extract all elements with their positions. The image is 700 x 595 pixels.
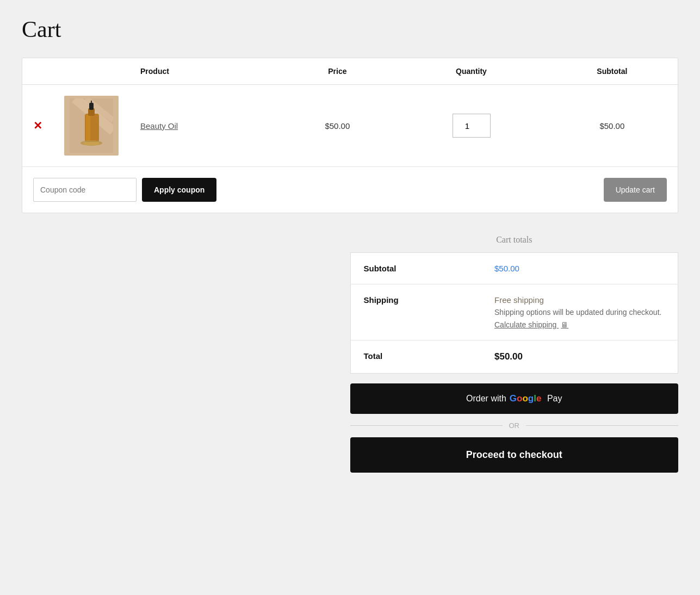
google-g-logo: Google [510, 393, 542, 404]
product-image-cell [53, 85, 129, 167]
update-cart-cell: Update cart [396, 167, 678, 213]
update-cart-button[interactable]: Update cart [604, 178, 667, 202]
col-price-header: Price [278, 58, 396, 85]
cart-table-wrapper: Product Price Quantity Subtotal ✕ [22, 58, 678, 213]
subtotal-value: $50.00 [481, 253, 678, 284]
product-qty-cell [396, 85, 546, 167]
calculate-shipping-link[interactable]: Calculate shipping 🖥 [494, 320, 568, 329]
calculator-icon: 🖥 [561, 320, 568, 329]
subtotal-row: Subtotal $50.00 [350, 253, 678, 284]
totals-table: Subtotal $50.00 Shipping Free shipping S… [350, 252, 679, 374]
col-product-header: Product [129, 58, 278, 85]
page-title: Cart [22, 16, 678, 42]
cart-totals-section: Cart totals Subtotal $50.00 Shipping Fre… [350, 235, 679, 473]
shipping-label: Shipping [350, 284, 481, 340]
svg-rect-5 [86, 115, 90, 141]
product-thumbnail [64, 96, 119, 156]
coupon-area-cell: Apply coupon [22, 167, 396, 213]
product-price-cell: $50.00 [278, 85, 396, 167]
svg-rect-7 [89, 103, 94, 110]
subtotal-label: Subtotal [350, 253, 481, 284]
col-remove-header [22, 58, 53, 85]
col-qty-header: Quantity [396, 58, 546, 85]
or-divider: OR [350, 422, 679, 430]
total-row: Total $50.00 [350, 340, 678, 374]
total-value: $50.00 [481, 340, 678, 374]
shipping-row: Shipping Free shipping Shipping options … [350, 284, 678, 340]
gpay-pay-text: Pay [544, 394, 562, 404]
cart-table: Product Price Quantity Subtotal ✕ [22, 58, 678, 213]
table-row: ✕ [22, 85, 678, 167]
product-subtotal-cell: $50.00 [547, 85, 678, 167]
product-link[interactable]: Beauty Oil [140, 121, 178, 131]
free-shipping-text: Free shipping [494, 295, 665, 305]
proceed-to-checkout-button[interactable]: Proceed to checkout [350, 437, 679, 473]
or-text: OR [509, 422, 520, 430]
remove-cell: ✕ [22, 85, 53, 167]
coupon-row: Apply coupon Update cart [22, 167, 678, 213]
gpay-prefix-text: Order with [466, 394, 506, 404]
quantity-input[interactable] [453, 114, 491, 138]
product-name-cell: Beauty Oil [129, 85, 278, 167]
gpay-button[interactable]: Order with Google Pay [350, 383, 679, 414]
cart-totals-title: Cart totals [350, 235, 679, 245]
col-subtotal-header: Subtotal [547, 58, 678, 85]
svg-rect-10 [84, 142, 99, 145]
coupon-input[interactable] [33, 178, 137, 202]
col-image-header [53, 58, 129, 85]
shipping-value: Free shipping Shipping options will be u… [481, 284, 678, 340]
shipping-note: Shipping options will be updated during … [494, 308, 665, 317]
total-label: Total [350, 340, 481, 374]
remove-item-button[interactable]: ✕ [33, 119, 42, 132]
apply-coupon-button[interactable]: Apply coupon [142, 178, 216, 202]
coupon-area: Apply coupon [33, 178, 385, 202]
calc-shipping-label: Calculate shipping [494, 320, 556, 329]
